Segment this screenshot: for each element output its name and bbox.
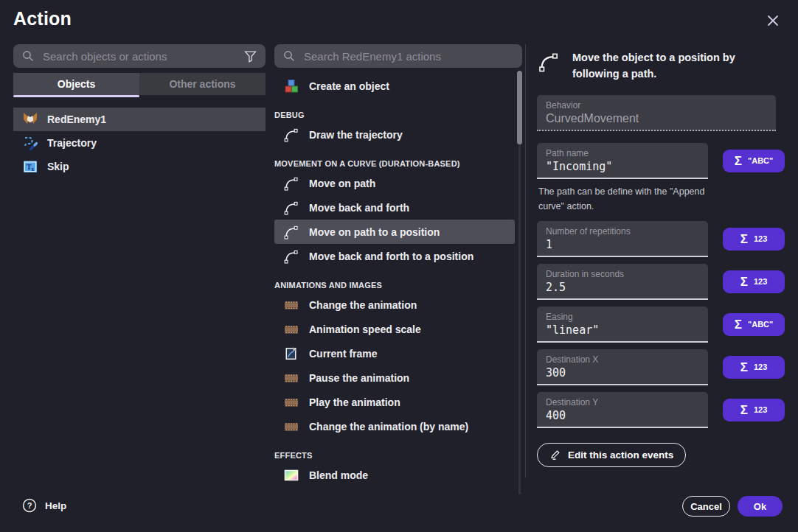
expression-type-label: "ABC" bbox=[748, 320, 773, 329]
help-icon: ? bbox=[22, 498, 37, 513]
action-label: Move on path to a position bbox=[309, 226, 440, 238]
field-destination-y[interactable]: Destination Y400 bbox=[537, 392, 708, 428]
actions-search-input[interactable] bbox=[302, 49, 513, 63]
object-item-trajectory[interactable]: Trajectory bbox=[13, 131, 266, 155]
frame-icon bbox=[283, 346, 299, 362]
search-icon bbox=[283, 50, 295, 62]
objects-search-input[interactable] bbox=[41, 49, 243, 63]
expression-editor-button[interactable]: Σ123 bbox=[723, 270, 785, 293]
dialog-title: Action bbox=[13, 8, 72, 29]
action-item-play-the-animation[interactable]: Play the animation bbox=[274, 390, 515, 414]
expression-editor-button[interactable]: Σ"ABC" bbox=[723, 150, 785, 172]
field-value: CurvedMovement bbox=[546, 112, 767, 125]
action-item-draw-the-trajectory[interactable]: Draw the trajectory bbox=[274, 122, 515, 147]
field-easing[interactable]: Easing"linear" bbox=[537, 307, 708, 343]
actions-list: Create an objectDEBUGDraw the trajectory… bbox=[274, 74, 515, 487]
expression-editor-button[interactable]: Σ123 bbox=[723, 228, 785, 251]
expression-editor-button[interactable]: Σ123 bbox=[723, 356, 785, 379]
action-item-create-an-object[interactable]: Create an object bbox=[274, 74, 515, 98]
filter-icon[interactable] bbox=[243, 49, 257, 63]
field-destination-x[interactable]: Destination X300 bbox=[537, 349, 708, 385]
sigma-icon: Σ bbox=[740, 361, 748, 374]
trajectory-pen-icon bbox=[22, 135, 38, 151]
help-label: Help bbox=[45, 500, 66, 511]
blend-icon bbox=[283, 467, 299, 483]
objects-tabs: ObjectsOther actions bbox=[13, 73, 266, 95]
action-item-move-back-and-forth[interactable]: Move back and forth bbox=[274, 195, 515, 220]
pencil-icon bbox=[549, 449, 561, 461]
field-label: Path name bbox=[546, 148, 699, 158]
action-label: Move back and forth bbox=[309, 202, 409, 214]
action-label: Play the animation bbox=[309, 396, 400, 408]
action-item-change-the-animation-by-name-[interactable]: Change the animation (by name) bbox=[274, 414, 515, 438]
sigma-icon: Σ bbox=[740, 404, 748, 416]
field-value: "linear" bbox=[546, 323, 699, 337]
action-label: Pause the animation bbox=[309, 372, 409, 384]
objects-list: RedEnemy1TrajectoryTxSkip bbox=[13, 108, 266, 178]
expression-editor-button[interactable]: Σ123 bbox=[723, 399, 785, 421]
action-item-change-the-animation[interactable]: Change the animation bbox=[274, 293, 515, 317]
close-icon[interactable] bbox=[764, 12, 782, 29]
action-label: Move on path bbox=[309, 178, 375, 189]
curve-icon bbox=[537, 50, 561, 74]
edit-action-events-button[interactable]: Edit this action events bbox=[537, 443, 686, 467]
object-item-redenemy1[interactable]: RedEnemy1 bbox=[13, 108, 266, 131]
action-description: Move the object to a position by followi… bbox=[572, 50, 785, 83]
action-item-move-on-path[interactable]: Move on path bbox=[274, 171, 515, 195]
action-item-pause-the-animation[interactable]: Pause the animation bbox=[274, 365, 515, 390]
film-icon bbox=[283, 370, 299, 386]
action-label: Current frame bbox=[309, 348, 378, 360]
action-label: Create an object bbox=[309, 80, 389, 92]
tab-other-actions[interactable]: Other actions bbox=[139, 73, 266, 95]
field-label: Duration in seconds bbox=[546, 269, 699, 279]
cancel-button[interactable]: Cancel bbox=[682, 496, 730, 517]
field-behavior: BehaviorCurvedMovement bbox=[537, 95, 776, 131]
objects-search[interactable] bbox=[13, 44, 266, 68]
action-config-panel: Move the object to a position by followi… bbox=[537, 50, 785, 467]
enemy-sprite-icon bbox=[22, 111, 38, 127]
objects-panel: ObjectsOther actions RedEnemy1Trajectory… bbox=[13, 44, 266, 178]
action-item-animation-speed-scale[interactable]: Animation speed scale bbox=[274, 317, 515, 341]
expression-type-label: 123 bbox=[754, 277, 767, 286]
expression-type-label: 123 bbox=[754, 405, 767, 414]
field-value: 2.5 bbox=[546, 281, 699, 294]
curve-icon bbox=[283, 175, 299, 192]
svg-text:x: x bbox=[32, 166, 35, 172]
tab-objects[interactable]: Objects bbox=[13, 73, 139, 95]
svg-text:?: ? bbox=[27, 501, 32, 510]
expression-editor-button[interactable]: Σ"ABC" bbox=[723, 313, 785, 336]
action-item-current-frame[interactable]: Current frame bbox=[274, 341, 515, 365]
ok-button[interactable]: Ok bbox=[738, 496, 783, 517]
field-row: Duration in seconds2.5Σ123 bbox=[537, 264, 785, 300]
action-label: Move back and forth to a position bbox=[309, 251, 473, 262]
sigma-icon: Σ bbox=[740, 276, 748, 288]
object-item-skip[interactable]: TxSkip bbox=[13, 155, 266, 178]
actions-scrollbar-thumb[interactable] bbox=[517, 71, 522, 144]
sigma-icon: Σ bbox=[740, 233, 748, 245]
field-label: Destination X bbox=[546, 354, 699, 365]
curve-icon bbox=[283, 248, 299, 265]
field-row: Destination Y400Σ123 bbox=[537, 392, 785, 428]
help-button[interactable]: ? Help bbox=[22, 498, 66, 513]
action-label: Change the animation bbox=[309, 299, 417, 311]
film-icon bbox=[283, 321, 299, 337]
field-duration-in-seconds[interactable]: Duration in seconds2.5 bbox=[537, 264, 708, 300]
field-number-of-repetitions[interactable]: Number of repetitions1 bbox=[537, 221, 708, 257]
field-path-name[interactable]: Path name"Incoming" bbox=[537, 143, 708, 179]
action-item-blend-mode[interactable]: Blend mode bbox=[274, 463, 515, 487]
field-row: BehaviorCurvedMovement bbox=[537, 95, 785, 131]
action-label: Change the animation (by name) bbox=[309, 421, 468, 433]
field-row: Number of repetitions1Σ123 bbox=[537, 221, 785, 257]
action-item-move-on-path-to-a-position[interactable]: Move on path to a position bbox=[274, 220, 515, 244]
field-label: Number of repetitions bbox=[546, 226, 699, 237]
field-row: Easing"linear"Σ"ABC" bbox=[537, 307, 785, 343]
text-object-icon: Tx bbox=[22, 158, 38, 175]
action-fields: BehaviorCurvedMovementPath name"Incoming… bbox=[537, 95, 785, 435]
action-item-move-back-and-forth-to-a-position[interactable]: Move back and forth to a position bbox=[274, 244, 515, 268]
curve-icon bbox=[283, 127, 299, 143]
expression-type-label: 123 bbox=[754, 363, 767, 371]
film-icon bbox=[283, 394, 299, 410]
actions-search[interactable] bbox=[274, 44, 522, 68]
curve-icon bbox=[283, 200, 299, 216]
field-row: Destination X300Σ123 bbox=[537, 349, 785, 385]
